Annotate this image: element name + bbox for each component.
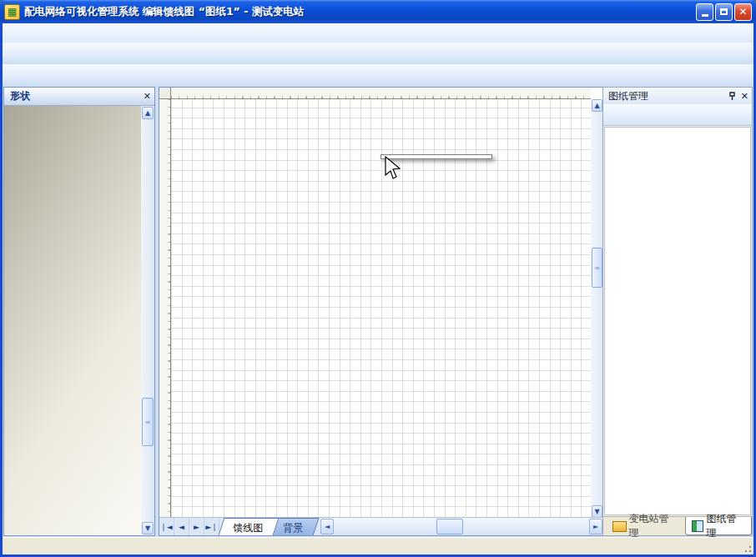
maximize-button[interactable] bbox=[715, 3, 733, 21]
previous-sheet-button[interactable]: ◄ bbox=[174, 518, 189, 535]
feeder-diagram bbox=[171, 99, 591, 518]
panel-tabs: 变电站管理 图纸管理 bbox=[603, 516, 752, 535]
tab-substation-management[interactable]: 变电站管理 bbox=[607, 517, 683, 535]
last-sheet-button[interactable]: ►❘ bbox=[204, 518, 219, 535]
close-shapes-panel-icon[interactable]: ✕ bbox=[144, 91, 151, 102]
toolbar-standard bbox=[3, 43, 753, 65]
book-icon bbox=[692, 520, 704, 532]
scroll-thumb[interactable]: ≡ bbox=[592, 248, 602, 288]
app-window: ▦ 配电网络可视化管理系统 编辑馈线图 “图纸1” - 测试变电站 ✕ 形状 ✕… bbox=[0, 0, 756, 557]
mouse-cursor bbox=[384, 156, 402, 181]
drawing-canvas[interactable] bbox=[171, 99, 591, 518]
stencil-area: ▲ ≡ ▼ bbox=[4, 106, 154, 535]
sheet-tab-bar: ❘◄ ◄ ► ►❘ 馈线图 背景 ◄ ► bbox=[159, 517, 603, 535]
close-panel-icon[interactable]: ✕ bbox=[741, 91, 748, 102]
scroll-thumb[interactable] bbox=[436, 519, 463, 534]
scroll-down-icon[interactable]: ▼ bbox=[592, 505, 602, 518]
sheets-tree bbox=[604, 127, 751, 515]
minimize-button[interactable] bbox=[696, 3, 713, 21]
close-button[interactable]: ✕ bbox=[734, 3, 752, 21]
scroll-up-icon[interactable]: ▲ bbox=[592, 99, 602, 112]
first-sheet-button[interactable]: ❘◄ bbox=[159, 518, 174, 535]
sheets-toolbar bbox=[603, 104, 752, 126]
horizontal-scrollbar[interactable]: ◄ ► bbox=[320, 518, 603, 535]
window-title: 配电网络可视化管理系统 编辑馈线图 “图纸1” - 测试变电站 bbox=[24, 5, 696, 19]
sheets-panel: 图纸管理 ✕ 变电站管理 图纸管理 bbox=[602, 87, 753, 536]
pin-icon[interactable] bbox=[728, 92, 736, 101]
tab-sheet-management[interactable]: 图纸管理 bbox=[685, 517, 752, 535]
vertical-ruler bbox=[159, 99, 171, 518]
stencil-scrollbar[interactable]: ▲ ≡ ▼ bbox=[141, 106, 154, 535]
canvas-region: ▲ ≡ ▼ ❘◄ ◄ ► ►❘ 馈线图 背景 ◄ ► bbox=[159, 87, 604, 536]
next-sheet-button[interactable]: ► bbox=[189, 518, 204, 535]
tab-feeder-diagram[interactable]: 馈线图 bbox=[219, 518, 280, 535]
shapes-panel: 形状 ✕ ▲ ≡ ▼ bbox=[3, 87, 155, 536]
app-icon: ▦ bbox=[4, 4, 20, 20]
scroll-up-icon[interactable]: ▲ bbox=[142, 107, 154, 119]
vertical-scrollbar[interactable]: ▲ ≡ ▼ bbox=[591, 99, 603, 518]
workspace: 形状 ✕ ▲ ≡ ▼ bbox=[3, 86, 753, 538]
menu-bar bbox=[3, 23, 753, 43]
scroll-down-icon[interactable]: ▼ bbox=[142, 522, 154, 534]
shapes-panel-title: 形状 bbox=[10, 89, 30, 103]
folder-icon bbox=[612, 521, 627, 532]
horizontal-ruler bbox=[171, 88, 591, 99]
scroll-right-icon[interactable]: ► bbox=[589, 519, 602, 534]
sheets-panel-title: 图纸管理 bbox=[608, 89, 648, 103]
toolbar-format bbox=[3, 64, 753, 87]
status-bar bbox=[3, 537, 753, 554]
scroll-left-icon[interactable]: ◄ bbox=[320, 519, 334, 534]
resize-grip[interactable] bbox=[742, 543, 753, 554]
ruler-corner bbox=[159, 88, 171, 99]
scroll-thumb[interactable]: ≡ bbox=[142, 398, 154, 446]
title-bar: ▦ 配电网络可视化管理系统 编辑馈线图 “图纸1” - 测试变电站 ✕ bbox=[0, 0, 756, 23]
